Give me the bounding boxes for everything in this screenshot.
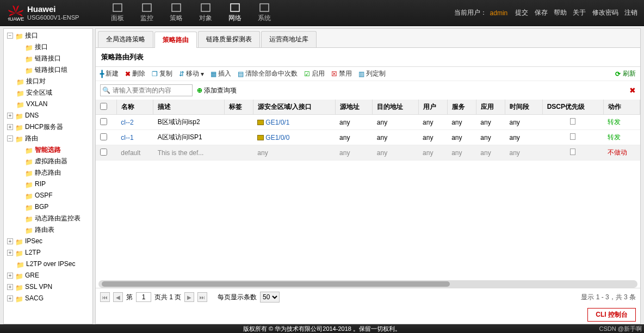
refresh-button[interactable]: ⟳刷新 <box>615 69 636 78</box>
tab-策略路由[interactable]: 策略路由 <box>154 32 197 48</box>
tab-链路质量探测表[interactable]: 链路质量探测表 <box>198 31 260 47</box>
logo-area: HUAWEI Huawei USG6000V1-ENSP <box>0 5 86 21</box>
sidebar-item-IPSec[interactable]: +📁IPSec <box>4 236 92 247</box>
move-button[interactable]: ⇵移动▾ <box>179 69 204 78</box>
search-icon: 🔍 <box>102 87 110 94</box>
row-checkbox[interactable] <box>100 149 107 156</box>
col-服务: 服务 <box>447 100 476 115</box>
pager-info: 显示 1 - 3，共 3 条 <box>581 293 636 302</box>
clear-icon[interactable]: ✖ <box>629 86 636 95</box>
next-page-button[interactable]: ▶ <box>184 292 194 302</box>
col-源地址: 源地址 <box>335 100 373 115</box>
topnav-网络[interactable]: 网络 <box>220 0 250 26</box>
doc-icon <box>570 149 575 155</box>
topnav-监控[interactable]: 监控 <box>132 0 162 26</box>
sidebar-item-SSL VPN[interactable]: +📁SSL VPN <box>4 281 92 293</box>
topnav-面板[interactable]: 面板 <box>103 0 132 26</box>
last-page-button[interactable]: ⏭ <box>197 292 207 302</box>
huawei-logo-icon: HUAWEI <box>8 5 24 21</box>
sidebar-item-虚拟路由器[interactable]: 📁虚拟路由器 <box>4 156 92 167</box>
sidebar-item-接口[interactable]: 📁接口 <box>4 41 92 53</box>
search-input[interactable] <box>100 84 193 96</box>
sidebar-item-OSPF[interactable]: 📁OSPF <box>4 190 92 201</box>
sidebar-item-L2TP over IPSec[interactable]: 📁L2TP over IPSec <box>4 258 92 270</box>
table-row[interactable]: defaultThis is the def...anyanyanyanyany… <box>96 145 640 161</box>
sidebar-item-安全区域[interactable]: 📁安全区域 <box>4 87 92 98</box>
sidebar-item-链路接口[interactable]: 📁链路接口 <box>4 53 92 64</box>
col-源安全区域/入接口: 源安全区域/入接口 <box>253 100 335 115</box>
topnav-对象[interactable]: 对象 <box>191 0 220 26</box>
row-checkbox[interactable] <box>100 118 107 125</box>
sidebar-item-路由[interactable]: −📁路由 <box>4 133 92 144</box>
disable-button[interactable]: ☒禁用 <box>331 69 352 78</box>
topnav-策略[interactable]: 策略 <box>162 0 191 26</box>
toplink-修改密码[interactable]: 修改密码 <box>590 9 618 16</box>
sidebar-item-L2TP[interactable]: +📁L2TP <box>4 247 92 258</box>
sidebar-item-BGP[interactable]: 📁BGP <box>4 201 92 213</box>
page-input[interactable] <box>136 292 151 302</box>
prev-page-button[interactable]: ◀ <box>113 292 123 302</box>
sidebar: −📁接口📁接口📁链路接口📁链路接口组📁接口对📁安全区域📁VXLAN+📁DNS+📁… <box>3 28 93 324</box>
col-DSCP优先级: DSCP优先级 <box>542 100 603 115</box>
panel-title: 策略路由列表 <box>96 48 640 67</box>
sidebar-item-VXLAN[interactable]: 📁VXLAN <box>4 98 92 110</box>
svg-rect-2 <box>143 4 151 11</box>
current-user-label: 当前用户： <box>454 8 487 17</box>
sidebar-item-接口[interactable]: −📁接口 <box>4 30 92 41</box>
brand-model: USG6000V1-ENSP <box>27 14 79 21</box>
tab-全局选路策略[interactable]: 全局选路策略 <box>98 31 153 47</box>
copy-button[interactable]: ❐复制 <box>152 69 172 78</box>
col-标签: 标签 <box>224 100 253 115</box>
add-query-button[interactable]: ⊕添加查询项 <box>197 86 237 95</box>
perpage-select[interactable]: 50 <box>260 292 280 303</box>
sidebar-item-路由表[interactable]: 📁路由表 <box>4 224 92 236</box>
sidebar-item-DHCP服务器[interactable]: +📁DHCP服务器 <box>4 121 92 133</box>
sidebar-item-GRE[interactable]: +📁GRE <box>4 270 92 281</box>
toplink-关于[interactable]: 关于 <box>571 9 586 16</box>
col-用户: 用户 <box>418 100 447 115</box>
svg-rect-1 <box>113 4 122 11</box>
new-button[interactable]: ╋新建 <box>100 69 119 78</box>
sidebar-item-链路接口组[interactable]: 📁链路接口组 <box>4 64 92 76</box>
sidebar-item-智能选路[interactable]: 📁智能选路 <box>4 144 92 156</box>
col-目的地址: 目的地址 <box>373 100 418 115</box>
first-page-button[interactable]: ⏮ <box>100 292 110 302</box>
svg-rect-3 <box>172 4 181 11</box>
col-checkbox <box>96 100 116 115</box>
row-checkbox[interactable] <box>100 133 107 140</box>
table-row[interactable]: cl--1A区域访问ISP1GE1/0/0anyanyanyanyanyany转… <box>96 130 640 145</box>
main-panel: 全局选路策略策略路由链路质量探测表运营商地址库 策略路由列表 ╋新建 ✖删除 ❐… <box>95 28 641 324</box>
enable-button[interactable]: ☑启用 <box>304 69 325 78</box>
horizontal-scrollbar[interactable] <box>98 280 637 288</box>
top-right: 当前用户： admin 提交 保存 帮助 关于 修改密码 注销 <box>448 8 644 17</box>
table-row[interactable]: cl--2B区域访问isp2GE1/0/1anyanyanyanyanyany转… <box>96 115 640 130</box>
toplink-注销[interactable]: 注销 <box>623 9 637 16</box>
sidebar-item-动态路由监控表[interactable]: 📁动态路由监控表 <box>4 213 92 224</box>
data-grid: 名称描述标签源安全区域/入接口源地址目的地址用户服务应用时间段DSCP优先级动作… <box>96 100 640 280</box>
tab-运营商地址库[interactable]: 运营商地址库 <box>261 31 317 47</box>
insert-button[interactable]: ▦插入 <box>210 69 231 78</box>
search-row: 🔍 ⊕添加查询项 ✖ <box>96 81 640 100</box>
doc-icon <box>570 118 575 125</box>
toplink-保存[interactable]: 保存 <box>532 9 547 16</box>
col-时间段: 时间段 <box>505 100 542 115</box>
sidebar-item-SACG[interactable]: +📁SACG <box>4 293 92 304</box>
svg-rect-4 <box>201 4 210 11</box>
sidebar-item-接口对[interactable]: 📁接口对 <box>4 76 92 87</box>
cli-console-button[interactable]: CLI 控制台 <box>587 308 636 322</box>
sidebar-item-DNS[interactable]: +📁DNS <box>4 110 92 121</box>
select-all-checkbox[interactable] <box>100 103 107 110</box>
svg-text:HUAWEI: HUAWEI <box>8 16 24 21</box>
sub-tabs: 全局选路策略策略路由链路质量探测表运营商地址库 <box>96 29 640 48</box>
col-应用: 应用 <box>476 100 505 115</box>
sidebar-item-静态路由[interactable]: 📁静态路由 <box>4 167 92 178</box>
toplink-帮助[interactable]: 帮助 <box>552 9 567 16</box>
topnav-系统[interactable]: 系统 <box>250 0 279 26</box>
sidebar-item-RIP[interactable]: 📁RIP <box>4 178 92 190</box>
toplink-提交[interactable]: 提交 <box>515 9 528 16</box>
columns-button[interactable]: ▥列定制 <box>358 69 386 78</box>
col-名称: 名称 <box>116 100 153 115</box>
footer: 版权所有 © 华为技术有限公司2014-2018 。保留一切权利。 <box>0 324 644 333</box>
delete-button[interactable]: ✖删除 <box>125 69 145 78</box>
clear-hits-button[interactable]: ▤清除全部命中次数 <box>238 69 298 78</box>
